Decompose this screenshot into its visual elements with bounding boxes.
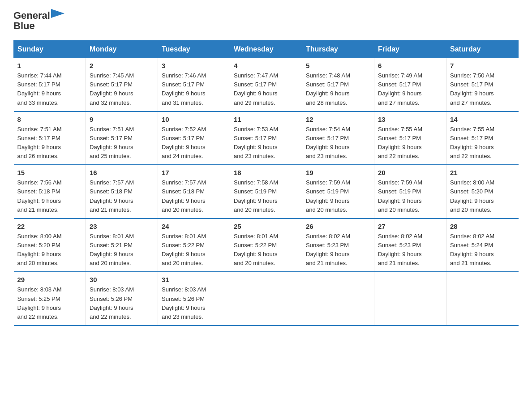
day-number: 29	[17, 276, 82, 283]
calendar-cell: 12 Sunrise: 7:54 AMSunset: 5:17 PMDaylig…	[302, 111, 374, 165]
day-number: 15	[17, 169, 82, 176]
calendar-cell: 7 Sunrise: 7:50 AMSunset: 5:17 PMDayligh…	[446, 58, 519, 111]
calendar-cell: 19 Sunrise: 7:59 AMSunset: 5:19 PMDaylig…	[302, 165, 374, 218]
day-number: 8	[17, 116, 82, 123]
header-cell-thursday: Thursday	[302, 41, 374, 58]
day-number: 20	[378, 169, 442, 176]
calendar-cell: 25 Sunrise: 8:01 AMSunset: 5:22 PMDaylig…	[230, 218, 302, 272]
calendar-cell: 20 Sunrise: 7:59 AMSunset: 5:19 PMDaylig…	[374, 165, 446, 218]
day-number: 3	[162, 62, 226, 69]
header-cell-monday: Monday	[86, 41, 158, 58]
calendar-body: 1 Sunrise: 7:44 AMSunset: 5:17 PMDayligh…	[14, 58, 519, 325]
day-number: 28	[450, 223, 515, 230]
day-info: Sunrise: 7:52 AMSunset: 5:17 PMDaylight:…	[162, 126, 206, 159]
calendar-cell: 15 Sunrise: 7:56 AMSunset: 5:18 PMDaylig…	[14, 165, 86, 218]
day-number: 31	[162, 276, 226, 283]
calendar-cell: 18 Sunrise: 7:58 AMSunset: 5:19 PMDaylig…	[230, 165, 302, 218]
calendar-cell: 23 Sunrise: 8:01 AMSunset: 5:21 PMDaylig…	[86, 218, 158, 272]
day-info: Sunrise: 7:55 AMSunset: 5:17 PMDaylight:…	[378, 126, 422, 159]
day-info: Sunrise: 7:53 AMSunset: 5:17 PMDaylight:…	[234, 126, 278, 159]
day-info: Sunrise: 7:57 AMSunset: 5:18 PMDaylight:…	[90, 179, 134, 213]
header-cell-friday: Friday	[374, 41, 446, 58]
day-info: Sunrise: 7:56 AMSunset: 5:18 PMDaylight:…	[17, 179, 62, 213]
day-info: Sunrise: 7:59 AMSunset: 5:19 PMDaylight:…	[378, 179, 422, 213]
calendar-cell	[374, 272, 446, 325]
calendar-cell: 11 Sunrise: 7:53 AMSunset: 5:17 PMDaylig…	[230, 111, 302, 165]
calendar-cell: 1 Sunrise: 7:44 AMSunset: 5:17 PMDayligh…	[14, 58, 86, 111]
day-info: Sunrise: 7:46 AMSunset: 5:17 PMDaylight:…	[162, 72, 206, 106]
calendar-cell: 5 Sunrise: 7:48 AMSunset: 5:17 PMDayligh…	[302, 58, 374, 111]
calendar-cell	[230, 272, 302, 325]
calendar-cell: 9 Sunrise: 7:51 AMSunset: 5:17 PMDayligh…	[86, 111, 158, 165]
day-number: 10	[162, 116, 226, 123]
calendar-cell: 16 Sunrise: 7:57 AMSunset: 5:18 PMDaylig…	[86, 165, 158, 218]
calendar-cell: 6 Sunrise: 7:49 AMSunset: 5:17 PMDayligh…	[374, 58, 446, 111]
day-info: Sunrise: 7:50 AMSunset: 5:17 PMDaylight:…	[450, 72, 494, 106]
day-number: 17	[162, 169, 226, 176]
calendar-week-row: 22 Sunrise: 8:00 AMSunset: 5:20 PMDaylig…	[14, 218, 519, 272]
day-number: 4	[234, 62, 298, 69]
day-number: 27	[378, 223, 442, 230]
day-number: 26	[306, 223, 370, 230]
day-info: Sunrise: 8:03 AMSunset: 5:25 PMDaylight:…	[17, 286, 62, 320]
logo-triangle-icon	[51, 9, 64, 22]
day-info: Sunrise: 7:59 AMSunset: 5:19 PMDaylight:…	[306, 179, 350, 213]
day-number: 2	[90, 62, 154, 69]
calendar-cell: 27 Sunrise: 8:02 AMSunset: 5:23 PMDaylig…	[374, 218, 446, 272]
day-info: Sunrise: 8:02 AMSunset: 5:23 PMDaylight:…	[378, 233, 422, 266]
day-info: Sunrise: 7:48 AMSunset: 5:17 PMDaylight:…	[306, 72, 350, 106]
calendar-cell: 30 Sunrise: 8:03 AMSunset: 5:26 PMDaylig…	[86, 272, 158, 325]
day-info: Sunrise: 7:54 AMSunset: 5:17 PMDaylight:…	[306, 126, 350, 159]
day-number: 19	[306, 169, 370, 176]
day-info: Sunrise: 8:03 AMSunset: 5:26 PMDaylight:…	[162, 286, 206, 320]
calendar-cell: 29 Sunrise: 8:03 AMSunset: 5:25 PMDaylig…	[14, 272, 86, 325]
calendar-cell: 17 Sunrise: 7:57 AMSunset: 5:18 PMDaylig…	[158, 165, 230, 218]
calendar-week-row: 1 Sunrise: 7:44 AMSunset: 5:17 PMDayligh…	[14, 58, 519, 111]
calendar-cell: 8 Sunrise: 7:51 AMSunset: 5:17 PMDayligh…	[14, 111, 86, 165]
calendar-cell	[302, 272, 374, 325]
day-number: 23	[90, 223, 154, 230]
day-info: Sunrise: 7:58 AMSunset: 5:19 PMDaylight:…	[234, 179, 278, 213]
header-cell-saturday: Saturday	[446, 41, 519, 58]
day-info: Sunrise: 8:00 AMSunset: 5:20 PMDaylight:…	[17, 233, 62, 266]
day-info: Sunrise: 8:02 AMSunset: 5:23 PMDaylight:…	[306, 233, 350, 266]
day-number: 7	[450, 62, 515, 69]
day-info: Sunrise: 8:01 AMSunset: 5:22 PMDaylight:…	[234, 233, 278, 266]
day-info: Sunrise: 8:02 AMSunset: 5:24 PMDaylight:…	[450, 233, 494, 266]
calendar-week-row: 8 Sunrise: 7:51 AMSunset: 5:17 PMDayligh…	[14, 111, 519, 165]
day-info: Sunrise: 7:57 AMSunset: 5:18 PMDaylight:…	[162, 179, 206, 213]
day-number: 13	[378, 116, 442, 123]
header-cell-tuesday: Tuesday	[158, 41, 230, 58]
day-number: 14	[450, 116, 515, 123]
svg-marker-0	[51, 9, 64, 18]
calendar-cell: 28 Sunrise: 8:02 AMSunset: 5:24 PMDaylig…	[446, 218, 519, 272]
header-row: SundayMondayTuesdayWednesdayThursdayFrid…	[14, 41, 519, 58]
day-number: 22	[17, 223, 82, 230]
day-info: Sunrise: 7:49 AMSunset: 5:17 PMDaylight:…	[378, 72, 422, 106]
day-info: Sunrise: 8:01 AMSunset: 5:22 PMDaylight:…	[162, 233, 206, 266]
day-info: Sunrise: 7:55 AMSunset: 5:17 PMDaylight:…	[450, 126, 494, 159]
calendar-week-row: 29 Sunrise: 8:03 AMSunset: 5:25 PMDaylig…	[14, 272, 519, 325]
day-number: 16	[90, 169, 154, 176]
page-header: General Blue	[13, 9, 519, 31]
calendar-cell: 26 Sunrise: 8:02 AMSunset: 5:23 PMDaylig…	[302, 218, 374, 272]
day-number: 24	[162, 223, 226, 230]
day-info: Sunrise: 7:51 AMSunset: 5:17 PMDaylight:…	[90, 126, 134, 159]
day-info: Sunrise: 8:03 AMSunset: 5:26 PMDaylight:…	[90, 286, 134, 320]
day-number: 11	[234, 116, 298, 123]
calendar-cell: 21 Sunrise: 8:00 AMSunset: 5:20 PMDaylig…	[446, 165, 519, 218]
calendar-cell: 14 Sunrise: 7:55 AMSunset: 5:17 PMDaylig…	[446, 111, 519, 165]
day-number: 30	[90, 276, 154, 283]
day-number: 25	[234, 223, 298, 230]
header-cell-wednesday: Wednesday	[230, 41, 302, 58]
calendar-table: SundayMondayTuesdayWednesdayThursdayFrid…	[13, 40, 519, 326]
logo: General Blue	[13, 9, 64, 31]
calendar-cell: 10 Sunrise: 7:52 AMSunset: 5:17 PMDaylig…	[158, 111, 230, 165]
day-info: Sunrise: 7:47 AMSunset: 5:17 PMDaylight:…	[234, 72, 278, 106]
day-number: 18	[234, 169, 298, 176]
calendar-header: SundayMondayTuesdayWednesdayThursdayFrid…	[14, 41, 519, 58]
day-info: Sunrise: 7:51 AMSunset: 5:17 PMDaylight:…	[17, 126, 62, 159]
day-number: 9	[90, 116, 154, 123]
day-number: 6	[378, 62, 442, 69]
day-info: Sunrise: 8:01 AMSunset: 5:21 PMDaylight:…	[90, 233, 134, 266]
